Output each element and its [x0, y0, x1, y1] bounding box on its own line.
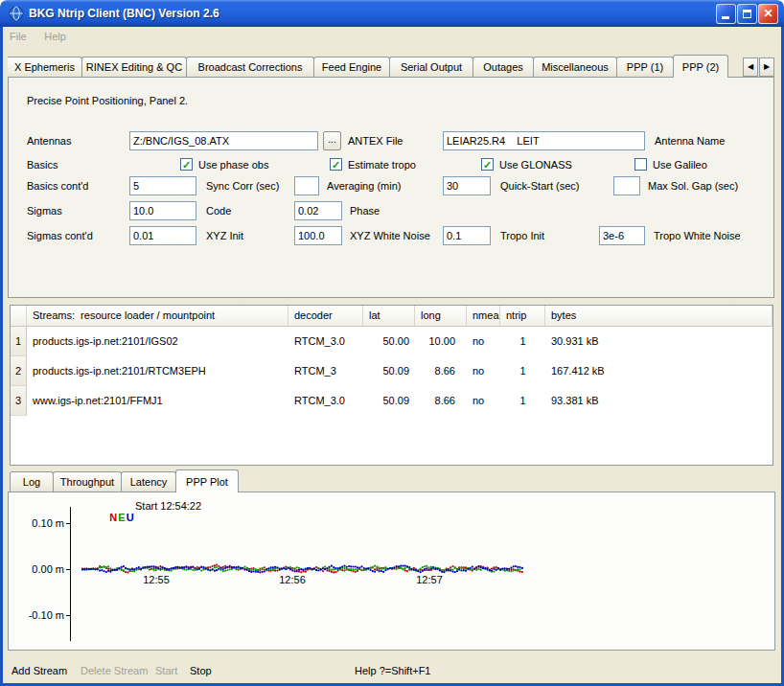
menu-file[interactable]: File [3, 28, 34, 45]
tropo-white-noise-input[interactable] [599, 226, 645, 245]
use-glonass-checkbox[interactable]: ✓ [481, 158, 494, 171]
browse-antex-button[interactable]: ... [323, 131, 341, 150]
check-icon: ✓ [181, 159, 192, 171]
antenna-name-label: Antenna Name [655, 135, 725, 147]
tab-rinex-editing-qc[interactable]: RINEX Editing & QC [81, 57, 187, 77]
use-phase-obs-checkbox[interactable]: ✓ [180, 158, 193, 171]
check-icon: ✓ [331, 159, 341, 171]
tropo-init-label: Tropo Init [500, 230, 544, 241]
antex-file-label: ANTEX File [348, 135, 403, 147]
use-galileo-label: Use Galileo [653, 159, 707, 171]
antennas-label: Antennas [27, 135, 71, 147]
stream-row[interactable]: 1 products.igs-ip.net:2101/IGS02 RTCM_3.… [11, 327, 772, 356]
ntrip-cell: 1 [500, 327, 545, 356]
bytes-cell: 93.381 kB [545, 386, 772, 416]
streams-table: Streams: resource loader / mountpoint de… [10, 305, 773, 466]
xyz-white-noise-label: XYZ White Noise [350, 230, 430, 241]
tab-broadcast-corrections[interactable]: Broadcast Corrections [186, 57, 314, 77]
maximize-button[interactable] [737, 4, 757, 24]
sync-corr-input[interactable] [129, 176, 196, 195]
tab-throughput[interactable]: Throughput [53, 471, 122, 492]
antex-file-input[interactable] [129, 131, 318, 150]
decoder-cell: RTCM_3.0 [288, 327, 363, 356]
sigma-code-label: Code [206, 205, 231, 217]
chevron-left-icon: ◀ [748, 62, 753, 71]
menu-help[interactable]: Help [37, 28, 73, 45]
x-tick-label: 12:56 [276, 574, 309, 585]
ppp-plot-points [9, 492, 774, 650]
tab-ppp-1[interactable]: PPP (1) [616, 57, 674, 77]
tab-log[interactable]: Log [10, 471, 54, 492]
xyz-white-noise-input[interactable] [294, 226, 342, 245]
estimate-tropo-label: Estimate tropo [348, 159, 416, 171]
header-decoder[interactable]: decoder [288, 306, 363, 327]
xyz-init-label: XYZ Init [206, 230, 243, 241]
help-shortcut-label: Help ?=Shift+F1 [355, 665, 431, 676]
stream-row[interactable]: 2 products.igs-ip.net:2101/RTCM3EPH RTCM… [11, 356, 772, 386]
quick-start-input[interactable] [443, 176, 491, 195]
sigmas-contd-label: Sigmas cont'd [27, 230, 93, 241]
antenna-name-input[interactable] [443, 131, 645, 150]
bottom-tab-bar: Log Throughput Latency PPP Plot [10, 471, 239, 492]
main-tab-bar: X Ephemeris RINEX Editing & QC Broadcast… [8, 57, 728, 77]
mountpoint-cell: products.igs-ip.net:2101/IGS02 [27, 327, 288, 356]
tab-latency[interactable]: Latency [121, 471, 176, 492]
xyz-init-input[interactable] [129, 226, 196, 245]
tab-ppp-2[interactable]: PPP (2) [673, 55, 728, 78]
tab-feed-engine[interactable]: Feed Engine [313, 57, 390, 77]
header-corner [11, 306, 27, 327]
tab-outages[interactable]: Outages [473, 57, 534, 77]
quick-start-label: Quick-Start (sec) [500, 180, 580, 192]
minimize-button[interactable] [716, 4, 736, 24]
tab-scroll-right-button[interactable]: ▶ [759, 57, 774, 77]
tab-rinex-ephemeris[interactable]: X Ephemeris [8, 57, 82, 77]
close-icon: ✕ [759, 5, 777, 23]
tab-miscellaneous[interactable]: Miscellaneous [533, 57, 617, 77]
lat-cell: 50.09 [363, 356, 415, 386]
close-button[interactable]: ✕ [758, 4, 778, 24]
start-button: Start [155, 665, 177, 676]
chevron-right-icon: ▶ [764, 62, 770, 71]
use-galileo-checkbox[interactable] [634, 158, 647, 171]
lat-cell: 50.00 [363, 327, 415, 356]
header-mountpoint[interactable]: Streams: resource loader / mountpoint [27, 306, 288, 327]
tab-ppp-plot[interactable]: PPP Plot [175, 469, 239, 492]
stop-button[interactable]: Stop [190, 665, 212, 676]
use-glonass-label: Use GLONASS [499, 159, 572, 171]
tropo-init-input[interactable] [443, 226, 491, 245]
decoder-cell: RTCM_3.0 [288, 386, 363, 416]
max-sol-gap-input[interactable] [613, 176, 640, 195]
header-long[interactable]: long [415, 306, 467, 327]
add-stream-button[interactable]: Add Stream [12, 665, 67, 676]
sigma-code-input[interactable] [129, 201, 196, 220]
x-tick-label: 12:55 [140, 574, 173, 585]
tab-serial-output[interactable]: Serial Output [389, 57, 473, 77]
header-nmea[interactable]: nmea [467, 306, 500, 327]
tab-scroll-left-button[interactable]: ◀ [743, 57, 758, 77]
bnc-window: BKG Ntrip Client (BNC) Version 2.6 ✕ Fil… [0, 0, 784, 686]
sigmas-label: Sigmas [27, 205, 62, 217]
ppp-plot-panel: NEU Start 12:54:22 0.10 m 0.00 m -0.10 m… [8, 492, 775, 651]
check-icon: ✓ [482, 159, 493, 171]
basics-contd-label: Basics cont'd [27, 180, 88, 192]
lat-cell: 50.09 [363, 386, 415, 416]
ntrip-cell: 1 [500, 356, 545, 386]
header-ntrip[interactable]: ntrip [500, 306, 545, 327]
titlebar[interactable]: BKG Ntrip Client (BNC) Version 2.6 ✕ [0, 0, 784, 27]
stream-row[interactable]: 3 www.igs-ip.net:2101/FFMJ1 RTCM_3.0 50.… [11, 386, 772, 416]
header-lat[interactable]: lat [363, 306, 415, 327]
row-number: 1 [11, 327, 27, 356]
minimize-icon [722, 16, 729, 19]
sigma-phase-input[interactable] [294, 201, 342, 220]
row-number: 2 [11, 356, 27, 386]
averaging-input[interactable] [294, 176, 319, 195]
nmea-cell: no [467, 327, 500, 356]
use-phase-obs-label: Use phase obs [198, 159, 268, 171]
panel-description: Precise Point Positioning, Panel 2. [27, 95, 188, 106]
estimate-tropo-checkbox[interactable]: ✓ [330, 158, 342, 171]
tropo-white-noise-label: Tropo White Noise [654, 230, 741, 241]
delete-stream-button: Delete Stream [81, 665, 148, 676]
sync-corr-label: Sync Corr (sec) [206, 180, 279, 192]
header-bytes[interactable]: bytes [545, 306, 772, 327]
mountpoint-cell: www.igs-ip.net:2101/FFMJ1 [27, 386, 288, 416]
